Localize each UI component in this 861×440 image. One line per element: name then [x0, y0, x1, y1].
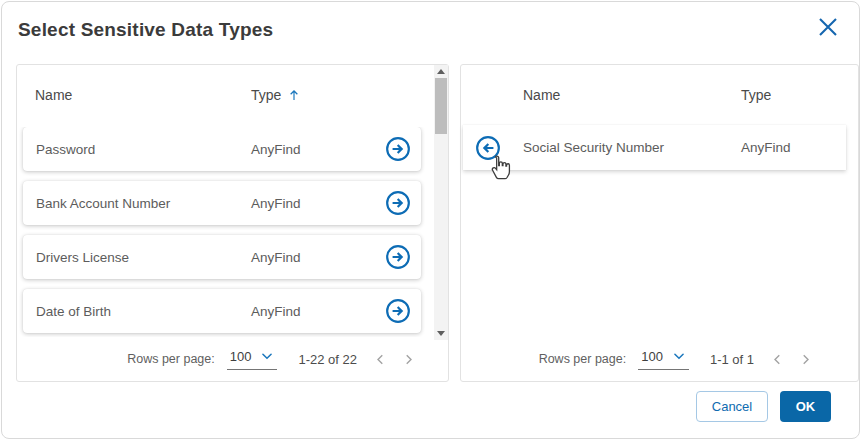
selected-data-types-panel: Name Type Social Security Number AnyFind…	[460, 64, 859, 382]
rows-per-page-label: Rows per page:	[539, 352, 627, 366]
select-sensitive-data-types-dialog: Select Sensitive Data Types Name Type Pa…	[1, 1, 860, 439]
scroll-up-button[interactable]	[434, 65, 448, 78]
row-type-cell: AnyFind	[251, 142, 301, 157]
rows-per-page-select[interactable]: 100	[227, 349, 278, 370]
arrow-circle-left-icon[interactable]	[474, 134, 501, 161]
chevron-left-icon[interactable]	[371, 350, 389, 368]
arrow-circle-right-icon[interactable]	[384, 190, 411, 217]
row-name-cell: Drivers License	[36, 250, 129, 265]
row-name-cell: Social Security Number	[523, 140, 664, 155]
row-type-cell: AnyFind	[251, 304, 301, 319]
row-type-cell: AnyFind	[741, 140, 791, 155]
chevron-right-icon[interactable]	[399, 350, 417, 368]
page-range-label: 1-1 of 1	[710, 352, 754, 367]
table-row: Password AnyFind	[23, 127, 421, 171]
available-pagination: Rows per page: 100 1-22 of 22	[17, 337, 448, 381]
chevron-left-icon[interactable]	[768, 350, 786, 368]
table-row: Bank Account Number AnyFind	[23, 181, 421, 225]
available-data-types-panel: Name Type Password AnyFind Bank Account …	[16, 64, 449, 382]
close-icon-glyph	[816, 15, 840, 39]
arrow-circle-right-icon[interactable]	[384, 298, 411, 325]
table-row: Drivers License AnyFind	[23, 235, 421, 279]
chevron-down-icon	[260, 349, 274, 363]
column-header-type[interactable]: Type	[251, 87, 301, 103]
table-row: Date of Birth AnyFind	[23, 289, 421, 333]
page-range-label: 1-22 of 22	[298, 352, 357, 367]
selected-pagination: Rows per page: 100 1-1 of 1	[461, 337, 858, 381]
row-name-cell: Bank Account Number	[36, 196, 170, 211]
selected-table-header: Name Type	[461, 87, 858, 109]
dialog-title: Select Sensitive Data Types	[18, 19, 273, 41]
arrow-circle-right-icon[interactable]	[384, 136, 411, 163]
rows-per-page-select[interactable]: 100	[638, 349, 689, 370]
scrollbar-thumb[interactable]	[435, 78, 447, 134]
column-header-name[interactable]: Name	[523, 87, 560, 103]
table-row: Social Security Number AnyFind	[463, 125, 846, 170]
row-type-cell: AnyFind	[251, 250, 301, 265]
row-name-cell: Date of Birth	[36, 304, 111, 319]
cancel-button[interactable]: Cancel	[696, 391, 768, 422]
chevron-right-icon[interactable]	[796, 350, 814, 368]
column-header-type[interactable]: Type	[741, 87, 771, 103]
vertical-scrollbar[interactable]	[434, 65, 448, 340]
chevron-down-icon	[672, 349, 686, 363]
arrow-circle-right-icon[interactable]	[384, 244, 411, 271]
close-icon[interactable]	[813, 12, 843, 42]
triangle-up-icon	[437, 69, 445, 74]
ok-button[interactable]: OK	[780, 391, 831, 422]
triangle-down-icon	[437, 331, 445, 336]
available-rows-list: Password AnyFind Bank Account Number Any…	[17, 127, 434, 337]
rows-per-page-label: Rows per page:	[127, 352, 215, 366]
column-header-name[interactable]: Name	[35, 87, 72, 103]
row-type-cell: AnyFind	[251, 196, 301, 211]
available-table-header: Name Type	[17, 87, 448, 109]
row-name-cell: Password	[36, 142, 95, 157]
sort-ascending-icon	[287, 88, 301, 102]
